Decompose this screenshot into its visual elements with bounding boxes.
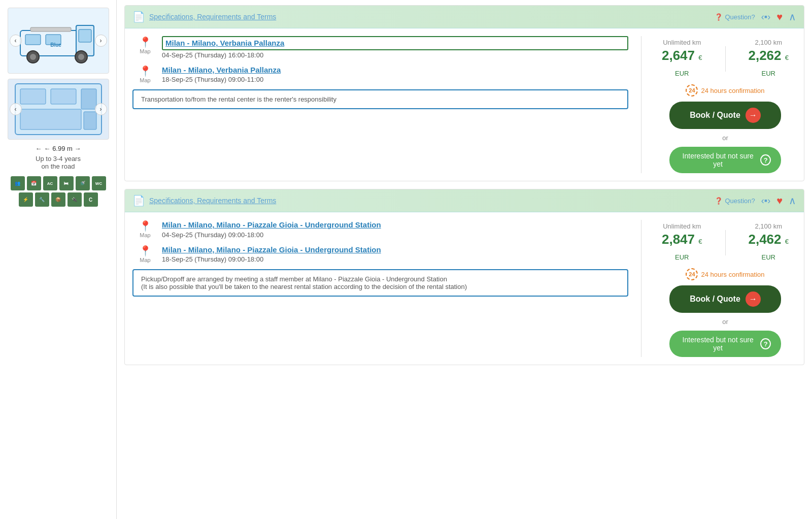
vehicle-svg: Blue [15,15,101,66]
interested-label-2: Interested but not sure yet [680,336,756,352]
svg-text:Blue: Blue [50,42,61,48]
confirmation-badge-1: 24 24 hours confirmation [686,84,764,96]
floorplan-prev-button[interactable]: ‹ [10,103,22,115]
chevron-up-icon-1[interactable]: ∧ [789,11,796,23]
dropoff-info-1: Milan - Milano, Verbania Pallanza 18-Sep… [162,65,628,84]
heart-icon-1[interactable]: ♥ [776,11,783,23]
pickup-location-link-2[interactable]: Milan - Milano, Milano - Piazzale Gioia … [162,220,628,230]
interested-button-2[interactable]: Interested but not sure yet ? [669,331,781,357]
amenity-icon-wc: WC [92,176,106,190]
unlimited-km-price-1: 2,647 € EUR [654,48,710,79]
amenity-icon-storage: 📦 [51,192,65,207]
dropoff-pin-icon-1: 📍 [139,65,152,77]
amenity-icon-shower: 🚿 [76,176,90,190]
svg-rect-16 [84,112,96,129]
pickup-location-link-1[interactable]: Milan - Milano, Verbania Pallanza [162,36,628,50]
confirmation-circle-1: 24 [686,84,698,96]
svg-point-8 [78,54,84,60]
dropoff-info-2: Milan - Milano, Milano - Piazzale Gioia … [162,245,628,264]
listing-header-left-2: 📄 Specifications, Requirements and Terms [132,194,276,207]
confirmation-badge-2: 24 24 hours confirmation [686,268,764,280]
listing-header-right-2: ❓ Question? ‹▪› ♥ ∧ [715,194,796,207]
pickup-icon-col-1: 📍 Map [132,36,158,54]
question-link-1[interactable]: ❓ Question? [715,13,755,21]
image-next-button[interactable]: › [95,35,107,47]
vehicle-length: ← ← 6.99 m → [36,145,81,152]
pickup-info-1: Milan - Milano, Verbania Pallanza 04-Sep… [162,36,628,59]
unlimited-km-col-2: Unlimited km 2,847 € EUR [654,222,710,263]
pickup-map-label-1[interactable]: Map [140,48,150,54]
dropoff-icon-col-2: 📍 Map [132,245,158,263]
amenity-icon-ac: AC [43,176,57,190]
dropoff-datetime-1: 18-Sep-25 (Thursday) 09:00-11:00 [162,76,628,83]
limited-km-label-2: 2,100 km [740,222,796,230]
svg-rect-12 [20,89,46,104]
limited-km-col-2: 2,100 km 2,462 € EUR [740,222,796,263]
listing-pricing-2: Unlimited km 2,847 € EUR 2,100 km 2,462 [654,220,796,357]
floorplan-next-button[interactable]: › [95,103,107,115]
floorplan-svg [13,81,104,137]
amenity-icon-calendar: 📅 [27,176,41,190]
unlimited-km-col-1: Unlimited km 2,647 € EUR [654,39,710,79]
interested-question-icon-1: ? [760,154,771,166]
listing-body-1: 📍 Map Milan - Milano, Verbania Pallanza … [125,28,804,181]
specs-link-2[interactable]: Specifications, Requirements and Terms [149,197,276,205]
svg-point-6 [30,54,36,60]
dropoff-location-link-1[interactable]: Milan - Milano, Verbania Pallanza [162,65,628,75]
dropoff-icon-col-1: 📍 Map [132,65,158,83]
book-button-1[interactable]: Book / Quote → [669,102,781,129]
amenity-icon-c: C [84,192,98,207]
floorplan-image: ‹ › [8,79,109,140]
price-row-1: Unlimited km 2,647 € EUR 2,100 km 2,262 [654,39,796,79]
amenity-icon-tools: 🔧 [35,192,49,207]
transport-note-1: Transportation to/from the rental center… [132,89,628,109]
book-arrow-icon-1: → [746,108,761,123]
book-label-2: Book / Quote [690,295,740,304]
svg-rect-13 [51,89,76,104]
image-prev-button[interactable]: ‹ [10,35,22,47]
listing-header-right-1: ❓ Question? ‹▪› ♥ ∧ [715,11,796,23]
dropoff-datetime-2: 18-Sep-25 (Thursday) 09:00-18:00 [162,255,628,263]
pickup-pin-icon-2: 📍 [139,220,152,232]
dropoff-map-label-2[interactable]: Map [140,257,150,263]
book-button-2[interactable]: Book / Quote → [669,285,781,313]
question-link-2[interactable]: ❓ Question? [715,197,755,205]
chevron-up-icon-2[interactable]: ∧ [789,194,796,207]
pickup-row-1: 📍 Map Milan - Milano, Verbania Pallanza … [132,36,628,59]
pickup-datetime-2: 04-Sep-25 (Thursday) 09:00-18:00 [162,231,628,239]
svg-rect-2 [25,35,41,45]
length-arrow-left: ← [36,145,42,152]
body-divider-1 [641,36,641,173]
share-icon-2[interactable]: ‹▪› [761,196,770,206]
unlimited-km-price-2: 2,847 € EUR [654,232,710,263]
pickup-row-2: 📍 Map Milan - Milano, Milano - Piazzale … [132,220,628,239]
unlimited-km-label-2: Unlimited km [654,222,710,230]
limited-km-col-1: 2,100 km 2,262 € EUR [740,39,796,79]
share-icon-1[interactable]: ‹▪› [761,12,770,22]
pickup-icon-col-2: 📍 Map [132,220,158,238]
dropoff-map-label-1[interactable]: Map [140,77,150,83]
question-icon-2: ❓ [715,197,723,205]
amenity-icons: 👥 📅 AC 🛏 🚿 WC ⚡ 🔧 📦 🔌 C [8,176,109,207]
price-divider-1 [725,46,726,72]
pickup-pin-icon-1: 📍 [139,36,152,48]
or-text-2: or [722,318,728,326]
specs-link-1[interactable]: Specifications, Requirements and Terms [149,13,276,21]
question-label-1: Question? [725,13,755,21]
dropoff-location-link-2[interactable]: Milan - Milano, Milano - Piazzale Gioia … [162,245,628,255]
interested-button-1[interactable]: Interested but not sure yet ? [669,147,781,173]
book-arrow-icon-2: → [746,291,761,307]
pickup-info-2: Milan - Milano, Milano - Piazzale Gioia … [162,220,628,239]
heart-icon-2[interactable]: ♥ [776,195,783,207]
amenity-icon-people: 👥 [11,176,25,190]
question-label-2: Question? [725,197,755,205]
pickup-map-label-2[interactable]: Map [140,232,150,238]
limited-km-label-1: 2,100 km [740,39,796,46]
doc-icon-2: 📄 [132,194,145,207]
body-divider-2 [641,220,641,357]
listing-body-2: 📍 Map Milan - Milano, Milano - Piazzale … [125,212,804,365]
listing-details-1: 📍 Map Milan - Milano, Verbania Pallanza … [132,36,628,173]
listing-card-1: 📄 Specifications, Requirements and Terms… [124,5,804,181]
listing-pricing-1: Unlimited km 2,647 € EUR 2,100 km 2,262 [654,36,796,173]
limited-km-price-1: 2,262 € EUR [740,48,796,79]
